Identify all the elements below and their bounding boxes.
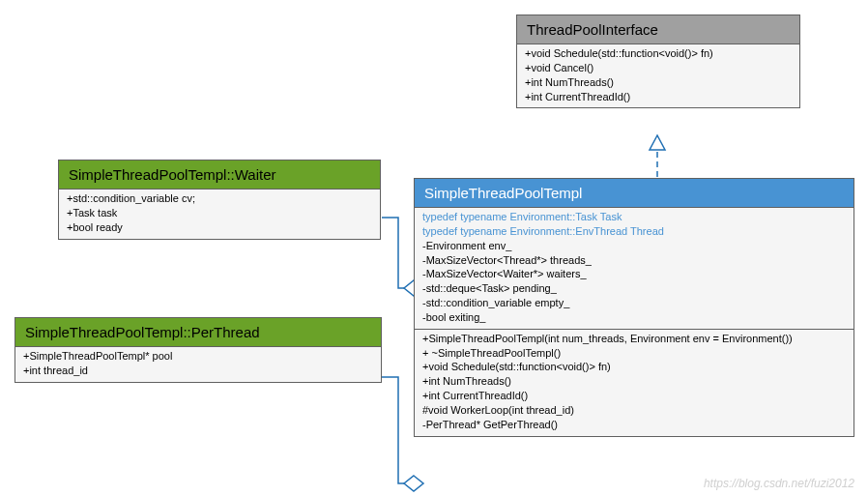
class-perthread: SimpleThreadPoolTempl::PerThread +Simple… [14,317,382,383]
attr: -Environment env_ [422,239,846,253]
svg-marker-2 [650,135,665,150]
typedef: typedef typename Environment::Task Task [422,210,846,224]
operations: +SimpleThreadPoolTempl(int num_threads, … [415,329,854,436]
members: +std::condition_variable cv; +Task task … [59,189,380,239]
op: + ~SimpleThreadPoolTempl() [422,346,846,361]
class-title: SimpleThreadPoolTempl::PerThread [15,318,381,346]
attr: -MaxSizeVector<Waiter*> waiters_ [422,267,846,281]
attributes: typedef typename Environment::Task Task … [415,207,854,329]
member: +bool ready [67,220,372,235]
member: +void Schedule(std::function<void()> fn) [525,46,792,61]
attr: -std::deque<Task> pending_ [422,281,846,296]
watermark: https://blog.csdn.net/fuzi2012 [704,477,854,490]
class-title: ThreadPoolInterface [517,15,799,44]
op: +int CurrentThreadId() [422,389,846,403]
class-simplethreadpooltempl: SimpleThreadPoolTempl typedef typename E… [414,178,854,437]
op: +void Schedule(std::function<void()> fn) [422,360,846,374]
op: -PerThread* GetPerThread() [422,418,846,432]
class-threadpoolinterface: ThreadPoolInterface +void Schedule(std::… [516,15,800,108]
member: +Task task [67,206,372,220]
member: +void Cancel() [525,61,792,75]
attr: -MaxSizeVector<Thread*> threads_ [422,253,846,268]
svg-marker-1 [404,476,423,491]
member: +SimpleThreadPoolTempl* pool [23,349,373,364]
typedef: typedef typename Environment::EnvThread … [422,224,846,239]
class-title: SimpleThreadPoolTempl::Waiter [59,160,380,189]
member: +int thread_id [23,364,373,378]
class-waiter: SimpleThreadPoolTempl::Waiter +std::cond… [58,160,381,240]
attr: -std::condition_variable empty_ [422,296,846,310]
members: +void Schedule(std::function<void()> fn)… [517,44,799,107]
member: +int CurrentThreadId() [525,90,792,104]
attr: -bool exiting_ [422,310,846,325]
op: +int NumThreads() [422,374,846,389]
member: +std::condition_variable cv; [67,191,372,206]
op: +SimpleThreadPoolTempl(int num_threads, … [422,332,846,346]
member: +int NumThreads() [525,75,792,90]
members: +SimpleThreadPoolTempl* pool +int thread… [15,346,381,382]
class-title: SimpleThreadPoolTempl [415,179,854,207]
op: #void WorkerLoop(int thread_id) [422,403,846,418]
